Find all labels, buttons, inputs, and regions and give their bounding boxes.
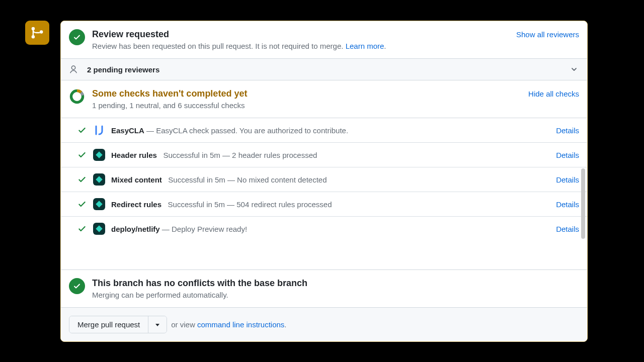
check-text: Redirect rules Successful in 5m — 504 re… [111,200,332,209]
chevron-down-icon [570,65,578,73]
merge-section: Merge pull request or view command line … [61,307,587,341]
status-success-icon [69,278,85,294]
pending-reviewers-row[interactable]: 2 pending reviewers [61,59,587,80]
review-section: Review requested Review has been request… [61,21,587,59]
check-app-avatar [93,173,105,186]
check-details-link[interactable]: Details [556,151,579,159]
svg-point-0 [71,66,75,69]
check-success-icon [77,175,87,184]
checks-summary: 1 pending, 1 neutral, and 6 successful c… [92,101,247,110]
review-subtext: Review has been requested on this pull r… [92,42,579,50]
checks-title: Some checks haven't completed yet [92,88,247,99]
check-details-link[interactable]: Details [556,225,579,233]
pending-reviewers-label: 2 pending reviewers [87,65,159,74]
check-text: EasyCLA — EasyCLA check passed. You are … [111,126,348,135]
check-text: Header rules Successful in 5m — 2 header… [111,151,317,159]
or-view-label: or view command line instructions. [171,320,286,329]
conflicts-section: This branch has no conflicts with the ba… [61,269,587,307]
check-success-icon [77,126,87,135]
checks-progress-icon [69,88,85,105]
check-row: deploy/netlify — Deploy Preview ready!De… [61,217,587,241]
check-app-avatar [93,198,105,210]
merge-status-badge [25,21,49,45]
check-app-avatar [93,149,105,161]
scrollbar-indicator[interactable] [581,168,585,239]
check-success-icon [77,200,87,209]
command-line-instructions-link[interactable]: command line instructions [197,320,284,329]
triangle-down-icon [154,322,160,328]
check-text: Mixed content Successful in 5m — No mixe… [111,175,327,184]
checks-section: Some checks haven't completed yet 1 pend… [61,80,587,118]
show-all-reviewers-link[interactable]: Show all reviewers [516,30,579,39]
review-title: Review requested [92,29,579,40]
status-success-icon [69,29,85,45]
check-success-icon [77,224,87,233]
conflicts-sub: Merging can be performed automatically. [92,291,307,299]
learn-more-link[interactable]: Learn more [346,42,384,50]
merge-button-group: Merge pull request [69,316,167,333]
check-details-link[interactable]: Details [556,126,579,135]
check-details-link[interactable]: Details [556,200,579,209]
check-row: EasyCLA — EasyCLA check passed. You are … [61,118,587,143]
checks-list: EasyCLA — EasyCLA check passed. You are … [61,118,587,269]
check-row: Header rules Successful in 5m — 2 header… [61,143,587,167]
merge-pull-request-button[interactable]: Merge pull request [69,316,148,333]
check-details-link[interactable]: Details [556,175,579,184]
person-icon [69,65,78,74]
merge-options-dropdown[interactable] [148,316,167,333]
hide-all-checks-link[interactable]: Hide all checks [528,89,579,98]
merge-panel: Review requested Review has been request… [60,21,588,342]
check-success-icon [77,150,87,159]
check-app-avatar [93,223,105,235]
check-row: Mixed content Successful in 5m — No mixe… [61,167,587,192]
conflicts-title: This branch has no conflicts with the ba… [92,278,307,289]
check-app-avatar [93,124,105,136]
check-row: Redirect rules Successful in 5m — 504 re… [61,192,587,217]
git-merge-icon [31,26,44,39]
check-text: deploy/netlify — Deploy Preview ready! [111,225,247,233]
